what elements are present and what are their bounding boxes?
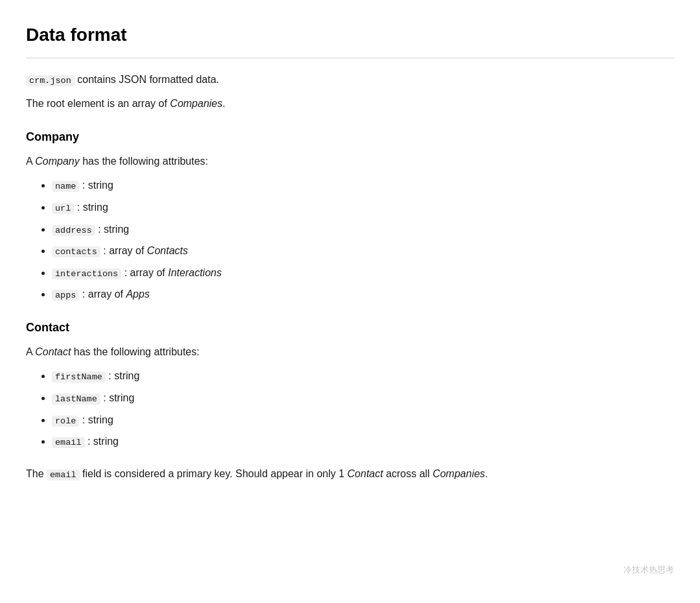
contact-description: A Contact has the following attributes: [26,344,674,361]
company-attributes-list: name : string url : string address : str… [52,177,674,303]
contact-section: Contact A Contact has the following attr… [26,318,674,450]
attr-code-lastname: lastName [52,394,100,405]
attr-code-role: role [52,416,79,427]
footer-text-3: across all [383,468,432,479]
intro-paragraph: crm.json contains JSON formatted data. [26,71,674,88]
attr-italic: Interactions [168,267,222,278]
company-desc-suffix: has the following attributes: [80,156,208,167]
attr-text: : string [79,414,113,425]
attr-code-address: address [52,225,95,236]
footer-text-1: The [26,468,47,479]
page-title: Data format [26,21,674,50]
attr-italic: Apps [126,289,149,300]
list-item: firstName : string [52,368,674,384]
attr-text: : string [79,180,113,191]
list-item: url : string [52,199,674,216]
footer-code-email: email [47,469,80,480]
root-element-end: . [222,98,225,109]
company-section: Company A Company has the following attr… [26,128,674,303]
list-item: contacts : array of Contacts [52,242,674,259]
root-element-prefix: The root element is an array of [26,98,170,109]
contact-heading: Contact [26,318,674,337]
attr-text: : string [106,370,139,381]
list-item: name : string [52,177,674,194]
attr-text: : string [74,202,108,213]
contact-desc-prefix: A [26,346,35,357]
list-item: role : string [52,412,674,429]
footer-text-2: field is considered a primary key. Shoul… [80,468,347,479]
attr-text: : string [95,224,129,235]
company-heading: Company [26,128,674,147]
attr-code-contacts: contacts [52,246,100,257]
footer-paragraph: The email field is considered a primary … [26,466,674,482]
intro-text: contains JSON formatted data. [75,74,219,85]
list-item: interactions : array of Interactions [52,265,674,281]
footer-text-4: . [485,468,487,479]
attr-text: : array of [100,245,147,256]
attr-code-interactions: interactions [52,268,121,279]
root-element-italic: Companies [170,98,222,109]
intro-section: crm.json contains JSON formatted data. T… [26,71,674,112]
attr-text: : array of [79,289,126,300]
footer-italic-companies: Companies [432,468,485,479]
attr-code-name: name [52,181,79,192]
contact-desc-suffix: has the following attributes: [71,346,199,357]
intro-code: crm.json [26,75,75,86]
attr-text: : string [85,436,119,447]
attr-code-url: url [52,203,74,214]
title-divider [26,58,674,58]
root-element-paragraph: The root element is an array of Companie… [26,95,674,112]
list-item: lastName : string [52,390,674,407]
attr-code-apps: apps [52,290,79,301]
attr-italic: Contacts [147,245,188,256]
list-item: address : string [52,221,674,238]
list-item: apps : array of Apps [52,286,674,303]
attr-text: : string [100,392,134,403]
company-desc-italic: Company [35,156,79,167]
company-desc-prefix: A [26,156,35,167]
contact-attributes-list: firstName : string lastName : string rol… [52,368,674,449]
footer-italic-contact: Contact [347,468,383,479]
attr-code-email: email [52,437,85,448]
contact-desc-italic: Contact [35,346,71,357]
company-description: A Company has the following attributes: [26,153,674,170]
attr-code-firstname: firstName [52,372,106,383]
attr-text: : array of [121,267,168,278]
list-item: email : string [52,433,674,450]
